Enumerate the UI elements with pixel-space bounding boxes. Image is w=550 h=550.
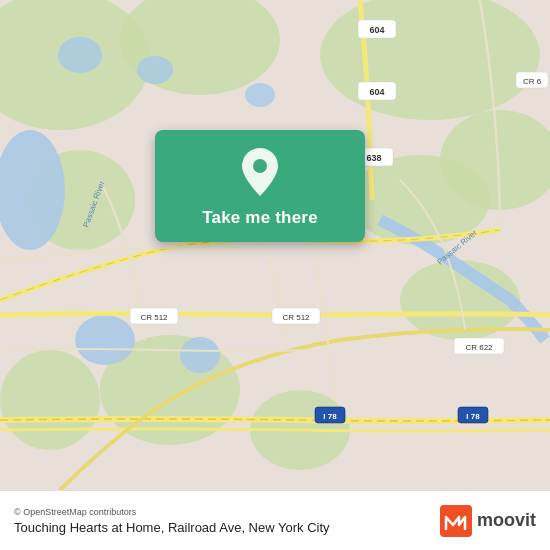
- svg-text:CR 512: CR 512: [140, 313, 168, 322]
- svg-point-13: [180, 337, 220, 373]
- moovit-logo: moovit: [440, 505, 536, 537]
- svg-text:CR 6: CR 6: [523, 77, 542, 86]
- svg-text:CR 622: CR 622: [465, 343, 493, 352]
- svg-point-37: [253, 159, 267, 173]
- svg-point-16: [245, 83, 275, 107]
- svg-text:604: 604: [369, 87, 384, 97]
- bottom-bar: © OpenStreetMap contributors Touching He…: [0, 490, 550, 550]
- svg-point-9: [0, 350, 100, 450]
- svg-point-12: [75, 315, 135, 365]
- take-me-there-popup[interactable]: Take me there: [155, 130, 365, 242]
- svg-text:638: 638: [366, 153, 381, 163]
- take-me-there-label: Take me there: [202, 208, 318, 228]
- svg-text:CR 512: CR 512: [282, 313, 310, 322]
- svg-text:604: 604: [369, 25, 384, 35]
- svg-text:I 78: I 78: [323, 412, 337, 421]
- moovit-icon: [440, 505, 472, 537]
- svg-text:I 78: I 78: [466, 412, 480, 421]
- location-pin-icon: [238, 146, 282, 198]
- map-container: 604 604 638 CR 6 CR 512 CR 512 CR 622 I …: [0, 0, 550, 490]
- map-svg: 604 604 638 CR 6 CR 512 CR 512 CR 622 I …: [0, 0, 550, 490]
- svg-point-15: [137, 56, 173, 84]
- osm-credit: © OpenStreetMap contributors: [14, 507, 330, 517]
- moovit-text: moovit: [477, 510, 536, 531]
- bottom-left: © OpenStreetMap contributors Touching He…: [14, 507, 330, 535]
- svg-point-14: [58, 37, 102, 73]
- location-name: Touching Hearts at Home, Railroad Ave, N…: [14, 520, 330, 535]
